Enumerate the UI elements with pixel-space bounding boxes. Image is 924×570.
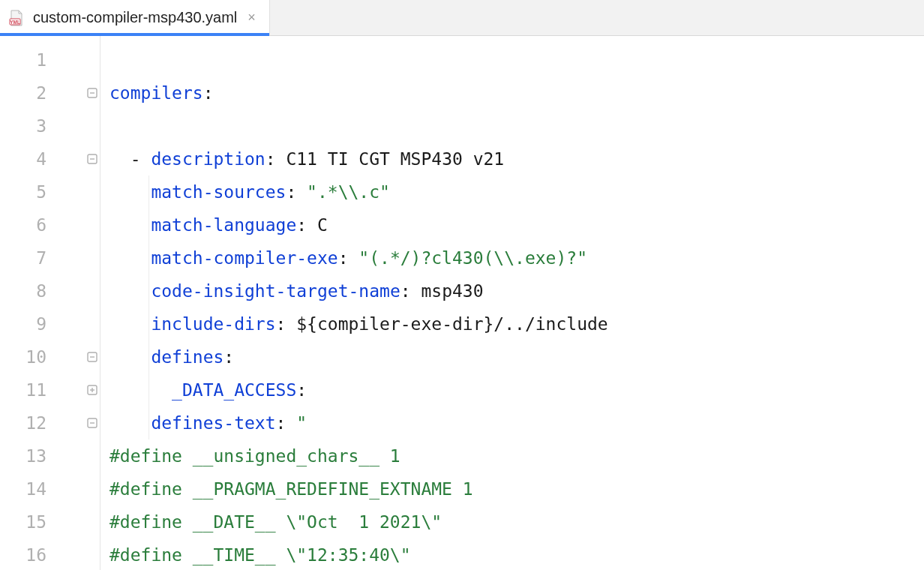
code-token: #define __unsigned_chars__ 1	[110, 446, 400, 466]
code-token: :	[400, 281, 422, 301]
indent-guide	[148, 274, 149, 308]
code-token: description	[151, 149, 265, 169]
code-token: "	[296, 413, 307, 433]
fold-spacer	[84, 208, 100, 242]
code-token: :	[276, 314, 297, 334]
code-token	[110, 413, 151, 433]
code-token: :	[266, 149, 286, 169]
line-number: 6	[0, 208, 46, 242]
indent-guide	[148, 242, 149, 274]
code-token	[110, 347, 151, 367]
tab-bar: YML custom-compiler-msp430.yaml ×	[0, 0, 924, 36]
fold-spacer	[84, 506, 100, 538]
code-token: defines-text	[151, 413, 275, 433]
fold-toggle-icon[interactable]	[84, 76, 100, 110]
code-token: :	[203, 83, 214, 103]
code-token: #define __DATE__ \"Oct 1 2021\"	[110, 512, 442, 532]
indent-guide	[148, 340, 149, 374]
code-line[interactable]: defines-text: "	[110, 406, 924, 440]
close-icon[interactable]: ×	[244, 10, 259, 26]
line-number: 10	[0, 340, 46, 374]
code-token: :	[296, 380, 307, 400]
code-token: #define __TIME__ \"12:35:40\"	[110, 545, 411, 565]
code-token: ${compiler-exe-dir}/../include	[296, 314, 608, 334]
indent-guide	[148, 176, 149, 208]
line-number: 3	[0, 110, 46, 142]
code-line[interactable]: #define __DATE__ \"Oct 1 2021\"	[110, 506, 924, 538]
code-line[interactable]: include-dirs: ${compiler-exe-dir}/../inc…	[110, 308, 924, 340]
line-number-gutter: 12345678910111213141516	[0, 36, 84, 570]
code-token: :	[296, 215, 317, 235]
yaml-file-icon: YML	[8, 9, 26, 27]
code-line[interactable]: match-sources: ".*\\.c"	[110, 176, 924, 208]
code-token	[110, 182, 151, 202]
code-token	[110, 215, 151, 235]
fold-toggle-icon[interactable]	[84, 374, 100, 406]
file-tab[interactable]: YML custom-compiler-msp430.yaml ×	[0, 0, 270, 35]
line-number: 2	[0, 76, 46, 110]
indent-guide	[148, 308, 149, 340]
line-number: 8	[0, 274, 46, 308]
code-line[interactable]	[110, 110, 924, 142]
code-line[interactable]	[110, 44, 924, 76]
indent-guide	[148, 406, 149, 440]
code-token: #define __PRAGMA_REDEFINE_EXTNAME 1	[110, 479, 473, 499]
code-token	[110, 380, 172, 400]
line-number: 9	[0, 308, 46, 340]
code-token	[110, 281, 151, 301]
indent-guide	[148, 374, 149, 406]
code-token: compilers	[110, 83, 203, 103]
code-token: match-sources	[151, 182, 286, 202]
code-token: "(.*/)?cl430(\\.exe)?"	[358, 248, 587, 268]
code-line[interactable]: _DATA_ACCESS:	[110, 374, 924, 406]
line-number: 13	[0, 440, 46, 472]
code-token: :	[224, 347, 234, 367]
tab-filename: custom-compiler-msp430.yaml	[33, 9, 237, 26]
code-token: ".*\\.c"	[307, 182, 390, 202]
line-number: 12	[0, 406, 46, 440]
code-line[interactable]: code-insight-target-name: msp430	[110, 274, 924, 308]
code-token	[110, 314, 151, 334]
code-token: code-insight-target-name	[151, 281, 400, 301]
fold-spacer	[84, 176, 100, 208]
code-line[interactable]: - description: C11 TI CGT MSP430 v21	[110, 142, 924, 176]
fold-toggle-icon[interactable]	[84, 340, 100, 374]
fold-spacer	[84, 274, 100, 308]
line-number: 1	[0, 44, 46, 76]
code-token: msp430	[421, 281, 483, 301]
code-editor[interactable]: 12345678910111213141516 compilers: - des…	[0, 36, 924, 570]
code-token: -	[110, 149, 151, 169]
fold-gutter	[84, 36, 100, 570]
code-token: include-dirs	[151, 314, 275, 334]
line-number: 16	[0, 538, 46, 570]
indent-guide	[148, 208, 149, 242]
code-line[interactable]: match-language: C	[110, 208, 924, 242]
code-token: defines	[151, 347, 224, 367]
code-line[interactable]: #define __TIME__ \"12:35:40\"	[110, 538, 924, 570]
fold-spacer	[84, 538, 100, 570]
line-number: 4	[0, 142, 46, 176]
code-line[interactable]: defines:	[110, 340, 924, 374]
fold-spacer	[84, 110, 100, 142]
code-token	[110, 248, 151, 268]
fold-spacer	[84, 440, 100, 472]
code-token: match-compiler-exe	[151, 248, 338, 268]
code-line[interactable]: #define __unsigned_chars__ 1	[110, 440, 924, 472]
fold-toggle-icon[interactable]	[84, 406, 100, 440]
line-number: 11	[0, 374, 46, 406]
fold-spacer	[84, 472, 100, 506]
code-line[interactable]: match-compiler-exe: "(.*/)?cl430(\\.exe)…	[110, 242, 924, 274]
svg-text:YML: YML	[10, 19, 20, 24]
fold-toggle-icon[interactable]	[84, 142, 100, 176]
fold-spacer	[84, 44, 100, 76]
code-area[interactable]: compilers: - description: C11 TI CGT MSP…	[100, 36, 924, 570]
code-token: match-language	[151, 215, 296, 235]
code-token: :	[338, 248, 359, 268]
code-token: _DATA_ACCESS	[172, 380, 296, 400]
fold-spacer	[84, 242, 100, 274]
code-token: :	[276, 413, 297, 433]
line-number: 7	[0, 242, 46, 274]
code-token: C	[317, 215, 328, 235]
code-line[interactable]: #define __PRAGMA_REDEFINE_EXTNAME 1	[110, 472, 924, 506]
code-line[interactable]: compilers:	[110, 76, 924, 110]
